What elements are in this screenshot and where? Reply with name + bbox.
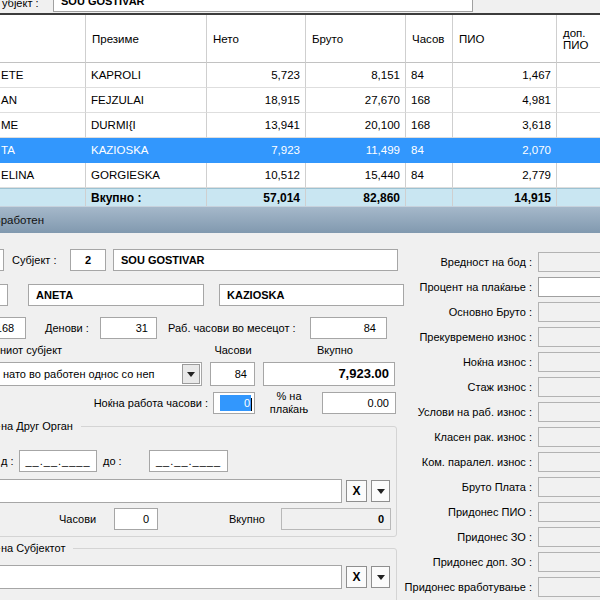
hours-header-label: Часови [210, 343, 256, 357]
totals-neto: 57,014 [207, 188, 306, 206]
on-subject-combobox[interactable] [0, 565, 342, 589]
text-caret [251, 398, 252, 411]
other-org-hours-field[interactable]: 0 [114, 508, 158, 530]
calc-row-pio-contribution: Придонес ПИО : [403, 502, 600, 522]
employee-section-bar: Вработен [0, 206, 600, 233]
col-header-surname: Презиме [86, 15, 207, 63]
calc-row-dop-zo-contribution: Придонес доп. ЗО : [403, 552, 600, 572]
days-field[interactable]: 31 [100, 317, 157, 339]
engagement-type-combobox[interactable]: нато во работен однос со неп [0, 362, 202, 386]
employee-table: Презиме Нето Бруто Часов ПИО доп. ПИО ET… [0, 13, 600, 206]
employee-section-label: Вработен [0, 214, 44, 226]
col-header-hours: Часов [406, 15, 453, 63]
work-conditions-field[interactable] [538, 402, 600, 422]
col-header-dop-pio: доп. ПИО [557, 15, 600, 63]
calc-row-pay-percent: Процент на плаќање : [403, 277, 600, 297]
night-hours-label: Ноќна работа часови : [68, 392, 208, 414]
gross-salary-field[interactable] [538, 477, 600, 497]
table-row[interactable]: ME DURMI{I 13,941 20,100 168 3,618 [0, 113, 600, 138]
date-from-field[interactable]: __.__.____ [19, 450, 97, 472]
pct-pay-label: % на плаќањ [262, 390, 316, 416]
calc-row-base-gross: Основно Бруто : [403, 302, 600, 322]
on-subject-dropdown-button[interactable] [371, 566, 390, 588]
clear-x-icon: X [352, 484, 360, 498]
chevron-down-icon [377, 489, 385, 494]
col-header-bruto: Бруто [306, 15, 406, 63]
work-hours-field[interactable]: 84 [310, 317, 387, 339]
selected-text: 0 [220, 395, 251, 411]
engagement-section-label: ниот субјект [0, 343, 62, 357]
engagement-dropdown-button[interactable] [182, 364, 200, 384]
table-row[interactable]: ETE KAPROLI 5,723 8,151 84 1,467 [0, 63, 600, 88]
clipped-field-left-1[interactable] [0, 249, 4, 271]
base-gross-field[interactable] [538, 302, 600, 322]
days-label: Денови : [45, 317, 89, 339]
subject-strip-label: убјект : [2, 0, 39, 9]
employment-contribution-field[interactable] [538, 577, 600, 597]
month-hours-field[interactable]: 168 [0, 317, 26, 339]
other-org-total-label: Вкупно [229, 508, 265, 530]
totals-label: Вкупно : [86, 188, 207, 206]
calc-row-zo-contribution: Придонес ЗО : [403, 527, 600, 547]
table-header-row: Презиме Нето Бруто Часов ПИО доп. ПИО [0, 15, 600, 63]
other-org-hours-label: Часови [59, 508, 96, 530]
other-org-total-field[interactable]: 0 [281, 508, 391, 530]
com-parallel-field[interactable] [538, 452, 600, 472]
work-hours-label: Раб. часови во месецот : [168, 317, 296, 339]
seniority-field[interactable] [538, 377, 600, 397]
calc-row-point-value: Вредност на бод : [403, 252, 600, 272]
other-org-section-label: на Друг Орган [1, 419, 81, 433]
totals-pio: 14,915 [453, 188, 557, 206]
night-hours-input[interactable]: 0 [213, 392, 255, 414]
other-org-groupbox: на Друг Орган д : __.__.____ до : __.__.… [0, 426, 397, 537]
calc-row-work-conditions: Услови на раб. износ : [403, 402, 600, 422]
date-from-label: д : [1, 450, 14, 472]
calc-row-overtime: Прекувремено износ : [403, 327, 600, 347]
subject-code-field[interactable]: 2 [70, 249, 106, 271]
totals-row: Вкупно : 57,014 82,860 14,915 [0, 188, 600, 206]
top-subject-strip: убјект : SOU GOSTIVAR [0, 0, 600, 13]
class-lead-field[interactable] [538, 427, 600, 447]
subject-name-field[interactable]: SOU GOSTIVAR [113, 249, 398, 271]
calc-row-gross-salary: Бруто Плата : [403, 477, 600, 497]
overtime-field[interactable] [538, 327, 600, 347]
calc-row-com-parallel: Ком. паралел. износ : [403, 452, 600, 472]
total-header-label: Вкупно [312, 343, 358, 357]
subject-label: Субјект : [12, 249, 57, 271]
clipped-field-left-2[interactable] [0, 284, 8, 306]
point-value-field[interactable] [538, 252, 600, 272]
on-subject-clear-button[interactable]: X [346, 566, 367, 588]
subject-strip-field[interactable]: SOU GOSTIVAR [53, 0, 473, 12]
pio-contribution-field[interactable] [538, 502, 600, 522]
calc-row-night-amount: Ноќна износ : [403, 352, 600, 372]
on-subject-groupbox: на Субјектот X [0, 548, 397, 600]
col-header-pio: ПИО [453, 15, 557, 63]
night-amount-field[interactable] [538, 352, 600, 372]
calc-row-seniority: Стаж износ : [403, 377, 600, 397]
table-row-selected[interactable]: TA KAZIOSKA 7,923 11,499 84 2,070 [0, 138, 600, 163]
date-to-field[interactable]: __.__.____ [149, 450, 228, 472]
pct-pay-field[interactable]: 0.00 [322, 392, 396, 414]
other-org-dropdown-button[interactable] [371, 480, 390, 502]
engagement-hours-field[interactable]: 84 [210, 362, 255, 386]
last-name-field[interactable]: KAZIOSKA [219, 284, 404, 306]
zo-contribution-field[interactable] [538, 527, 600, 547]
table-row[interactable]: ELINA GORGIESKA 10,512 15,440 84 2,779 [0, 163, 600, 188]
chevron-down-icon [187, 372, 195, 377]
calc-row-class-lead: Класен рак. износ : [403, 427, 600, 447]
col-header-name [0, 15, 86, 63]
on-subject-section-label: на Субјектот [1, 541, 73, 555]
chevron-down-icon [377, 575, 385, 580]
clear-x-icon: X [352, 570, 360, 584]
other-org-clear-button[interactable]: X [346, 480, 367, 502]
totals-bruto: 82,860 [306, 188, 406, 206]
calc-row-employment-contribution: Придонес вработување : [403, 577, 600, 597]
date-to-label: до : [103, 450, 122, 472]
other-org-combobox[interactable] [0, 479, 342, 503]
table-row[interactable]: AN FEJZULAI 18,915 27,670 168 4,981 [0, 88, 600, 113]
app-window: убјект : SOU GOSTIVAR Презиме Нето Бруто… [0, 0, 600, 600]
pay-percent-field[interactable] [538, 277, 600, 297]
engagement-total-field[interactable]: 7,923.00 [263, 362, 395, 386]
dop-zo-contribution-field[interactable] [538, 552, 600, 572]
first-name-field[interactable]: ANETA [28, 284, 204, 306]
